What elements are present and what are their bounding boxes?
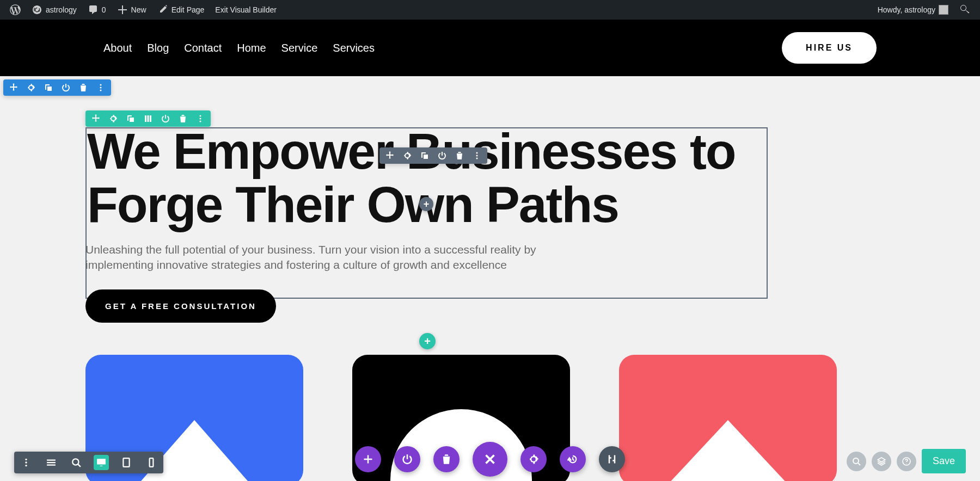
svg-point-5 xyxy=(200,121,201,122)
primary-nav: About Blog Contact Home Service Services xyxy=(103,42,375,54)
howdy-text: Howdy, astrology xyxy=(878,5,935,14)
duplicate-icon[interactable] xyxy=(420,151,430,161)
more-icon[interactable] xyxy=(472,151,482,161)
move-icon[interactable] xyxy=(91,114,101,124)
builder-view-toolbar xyxy=(14,452,163,473)
svg-point-2 xyxy=(100,90,102,91)
svg-point-4 xyxy=(200,118,201,120)
gear-icon[interactable] xyxy=(26,83,36,92)
wireframe-icon[interactable] xyxy=(44,455,59,470)
wordpress-icon xyxy=(10,4,21,15)
duplicate-icon[interactable] xyxy=(44,83,53,92)
svg-point-12 xyxy=(72,459,78,465)
edit-page-label: Edit Page xyxy=(171,5,205,14)
comment-icon xyxy=(88,4,99,15)
page-canvas: We Empower Businesses to Forge Their Own… xyxy=(0,76,980,481)
svg-rect-13 xyxy=(123,458,129,467)
wp-logo-menu[interactable] xyxy=(4,0,26,20)
help-button[interactable] xyxy=(897,452,916,471)
svg-point-9 xyxy=(25,459,27,460)
pencil-icon xyxy=(157,4,168,15)
trash-icon[interactable] xyxy=(78,83,88,92)
svg-point-3 xyxy=(200,115,201,117)
edit-page-link[interactable]: Edit Page xyxy=(152,0,210,20)
desktop-icon[interactable] xyxy=(94,455,109,470)
builder-right-controls: Save xyxy=(847,449,966,473)
tablet-icon[interactable] xyxy=(119,455,134,470)
comments-menu[interactable]: 0 xyxy=(82,0,112,20)
nav-home[interactable]: Home xyxy=(237,42,266,54)
cta-button[interactable]: GET A FREE CONSULTATION xyxy=(85,289,276,323)
more-icon[interactable] xyxy=(195,114,205,124)
zoom-icon[interactable] xyxy=(69,455,84,470)
site-name-menu[interactable]: astrology xyxy=(26,0,82,20)
nav-blog[interactable]: Blog xyxy=(147,42,169,54)
svg-point-0 xyxy=(100,84,102,86)
add-row-button[interactable]: + xyxy=(419,333,436,349)
nav-contact[interactable]: Contact xyxy=(184,42,222,54)
builder-center-controls xyxy=(355,442,625,477)
gear-icon[interactable] xyxy=(108,114,118,124)
plus-icon xyxy=(117,4,128,15)
site-name-text: astrology xyxy=(46,5,77,14)
close-builder-button[interactable] xyxy=(473,442,507,477)
user-account-menu[interactable]: Howdy, astrology xyxy=(872,0,954,20)
new-label: New xyxy=(131,5,146,14)
more-icon[interactable] xyxy=(96,83,106,92)
svg-point-8 xyxy=(476,158,478,159)
nav-about[interactable]: About xyxy=(103,42,132,54)
search-icon xyxy=(959,4,970,15)
trash-icon[interactable] xyxy=(178,114,188,124)
hero-subtitle[interactable]: Unleashing the full potential of your bu… xyxy=(85,242,603,273)
dashboard-icon xyxy=(32,4,42,15)
exit-vb-label: Exit Visual Builder xyxy=(215,5,277,14)
feature-card-3[interactable] xyxy=(619,355,837,481)
find-replace-button[interactable] xyxy=(847,452,866,471)
new-content-menu[interactable]: New xyxy=(112,0,152,20)
search-toggle[interactable] xyxy=(954,0,976,20)
nav-service[interactable]: Service xyxy=(281,42,318,54)
svg-rect-14 xyxy=(150,458,154,467)
avatar xyxy=(939,5,948,15)
hero-title[interactable]: We Empower Businesses to Forge Their Own… xyxy=(87,125,768,231)
history-button[interactable] xyxy=(560,446,586,472)
power-icon[interactable] xyxy=(61,83,71,92)
trash-icon[interactable] xyxy=(455,151,464,161)
power-icon[interactable] xyxy=(161,114,170,124)
gear-icon[interactable] xyxy=(402,151,412,161)
site-header: About Blog Contact Home Service Services… xyxy=(0,20,980,76)
columns-icon[interactable] xyxy=(143,114,153,124)
svg-point-11 xyxy=(25,465,27,466)
svg-point-10 xyxy=(25,461,27,463)
wp-admin-bar: astrology 0 New Edit Page Exit Visual Bu… xyxy=(0,0,980,20)
move-icon[interactable] xyxy=(385,151,395,161)
module-toolbar xyxy=(379,147,487,164)
settings-sliders-button[interactable] xyxy=(599,446,625,472)
svg-point-6 xyxy=(476,152,478,154)
add-module-button[interactable]: + xyxy=(419,197,433,211)
duplicate-icon[interactable] xyxy=(126,114,136,124)
clear-layout-button[interactable] xyxy=(433,446,460,472)
exit-visual-builder-link[interactable]: Exit Visual Builder xyxy=(210,0,282,20)
nav-services[interactable]: Services xyxy=(333,42,375,54)
phone-icon[interactable] xyxy=(144,455,159,470)
hire-us-button[interactable]: HIRE US xyxy=(782,32,877,64)
power-icon[interactable] xyxy=(437,151,447,161)
save-button[interactable]: Save xyxy=(922,449,966,473)
svg-point-15 xyxy=(853,458,859,464)
comments-count: 0 xyxy=(102,5,106,14)
section-toolbar xyxy=(3,79,111,96)
svg-point-7 xyxy=(476,155,478,157)
more-icon[interactable] xyxy=(19,455,34,470)
page-settings-gear-button[interactable] xyxy=(520,446,547,472)
svg-point-1 xyxy=(100,87,102,89)
move-icon[interactable] xyxy=(9,83,19,92)
add-section-button[interactable] xyxy=(355,446,381,472)
layers-button[interactable] xyxy=(872,452,891,471)
page-settings-power-button[interactable] xyxy=(394,446,420,472)
